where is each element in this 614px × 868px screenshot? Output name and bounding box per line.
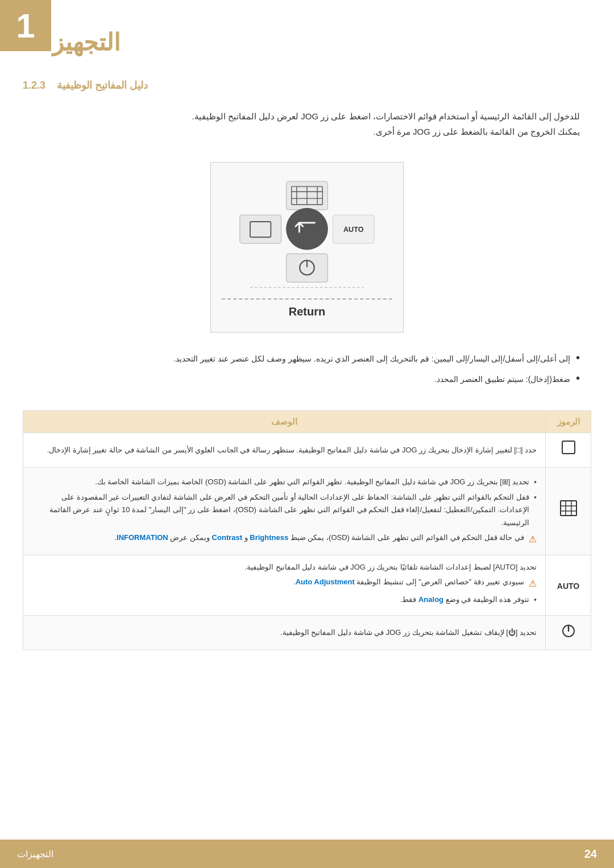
footer-page-number: 24 xyxy=(584,848,597,861)
jog-diagram: AUTO AUTO Return xyxy=(210,162,404,333)
sub-bullet-auto-2: • تتوفر هذه الوظيفة في وضع Analog فقط. xyxy=(32,593,537,607)
intro-line2: يمكنك الخروج من القائمة بالضغط على زر JO… xyxy=(34,124,580,139)
table-row: حدد [□] لتغيير إشارة الإدخال بتحريك زر J… xyxy=(23,433,591,467)
bullet-text-1: إلى أعلى/إلى أسفل/إلى اليسار/إلى اليمين:… xyxy=(34,352,570,366)
grid-icon xyxy=(559,500,578,517)
svg-text:AUTO: AUTO xyxy=(343,225,364,234)
jog-inner: AUTO AUTO Return xyxy=(222,176,392,318)
intro-line1: للدخول إلى القائمة الرئيسية أو استخدام ق… xyxy=(34,109,580,124)
power-icon xyxy=(560,621,577,638)
chapter-number-block: 1 xyxy=(0,0,51,51)
section-number: 1.2.3 xyxy=(23,80,45,92)
jog-svg: AUTO AUTO xyxy=(227,176,387,290)
bullet-dot-1: • xyxy=(576,351,580,364)
auto-warn-icon: ⚠ xyxy=(529,576,537,591)
header-section: 1 التجهيزات xyxy=(0,0,614,62)
svg-point-9 xyxy=(287,208,328,250)
table-row: AUTO تحديد [AUTO] لضبط إعدادات الشاشة تل… xyxy=(23,555,591,615)
sub-bullet-auto-1: ⚠ سيودي تغيير دقة "خصائص العرض" إلى تنشي… xyxy=(32,576,537,591)
col-header-desc: الوصف xyxy=(23,410,546,433)
desc-cell-auto: تحديد [AUTO] لضبط إعدادات الشاشة تلقائيً… xyxy=(23,555,546,615)
bullets-section: • إلى أعلى/إلى أسفل/إلى اليسار/إلى اليمي… xyxy=(0,344,614,402)
svg-rect-13 xyxy=(287,254,328,282)
table-row: • تحديد [⊞] بتحريك زر JOG في شاشة دليل ا… xyxy=(23,467,591,555)
return-label: Return xyxy=(222,298,392,318)
function-table: الرموز الوصف حدد [□] لتغيير إشارة الإدخا… xyxy=(23,410,591,650)
section-heading: دليل المفاتيح الوظيفية 1.2.3 xyxy=(0,62,614,103)
icon-cell-square xyxy=(546,433,591,467)
desc-cell-2: • تحديد [⊞] بتحريك زر JOG في شاشة دليل ا… xyxy=(23,467,546,555)
sub-bullet-grid-warn: ⚠ في حالة قفل التحكم في القوائم التي تظه… xyxy=(32,531,537,547)
jog-diagram-container: AUTO AUTO Return xyxy=(0,151,614,344)
table-row: تحديد [⏻] لإيقاف تشغيل الشاشة بتحريك زر … xyxy=(23,615,591,650)
sub-bullet-grid-2: • قفل التحكم بالقوائم التي تظهر على الشا… xyxy=(32,491,537,529)
desc-cell-1: حدد [□] لتغيير إشارة الإدخال بتحريك زر J… xyxy=(23,433,546,467)
bullet-item-1: • إلى أعلى/إلى أسفل/إلى اليسار/إلى اليمي… xyxy=(34,352,580,366)
col-header-symbol: الرموز xyxy=(546,410,591,433)
table-header-row: الرموز الوصف xyxy=(23,410,591,433)
auto-label: AUTO xyxy=(557,582,579,591)
bullet-dot-2: • xyxy=(576,372,580,385)
bullet-text-2: ضغط(إدخال): سيتم تطبيق العنصر المحدد. xyxy=(34,373,570,387)
svg-rect-17 xyxy=(562,441,575,454)
footer-chapter-label: التجهيزات xyxy=(17,849,53,859)
square-icon xyxy=(560,439,577,456)
intro-text: للدخول إلى القائمة الرئيسية أو استخدام ق… xyxy=(0,103,614,151)
section-title: دليل المفاتيح الوظيفية xyxy=(57,79,148,92)
desc-cell-power: تحديد [⏻] لإيقاف تشغيل الشاشة بتحريك زر … xyxy=(23,615,546,650)
sub-bullet-grid-1: • تحديد [⊞] بتحريك زر JOG في شاشة دليل ا… xyxy=(32,476,537,489)
icon-cell-auto: AUTO xyxy=(546,555,591,615)
chapter-number: 1 xyxy=(16,6,35,45)
svg-rect-18 xyxy=(561,501,576,516)
bullet-item-2: • ضغط(إدخال): سيتم تطبيق العنصر المحدد. xyxy=(34,373,580,387)
auto-main-text: تحديد [AUTO] لضبط إعدادات الشاشة تلقائيً… xyxy=(32,561,537,574)
icon-cell-grid xyxy=(546,467,591,555)
page-footer: 24 التجهيزات xyxy=(0,840,614,868)
svg-rect-7 xyxy=(240,215,281,243)
icon-cell-power xyxy=(546,615,591,650)
warn-icon: ⚠ xyxy=(529,531,537,547)
